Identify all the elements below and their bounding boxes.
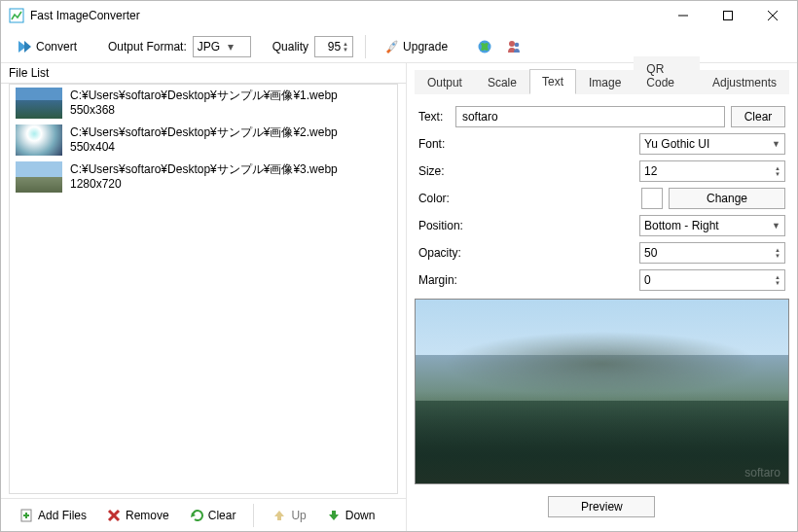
separator: [253, 504, 254, 527]
tab-output[interactable]: Output: [415, 70, 475, 94]
file-dims: 550x404: [70, 140, 338, 155]
change-color-button[interactable]: Change: [669, 188, 785, 209]
clear-button[interactable]: Clear: [181, 504, 244, 527]
quality-value[interactable]: [319, 40, 341, 53]
rocket-icon: [383, 39, 399, 54]
list-item[interactable]: C:¥Users¥softaro¥Desktop¥サンプル¥画像¥1.webp …: [10, 85, 397, 122]
color-label: Color:: [418, 192, 496, 205]
up-arrow-icon: [272, 508, 287, 523]
opacity-label: Opacity:: [418, 246, 496, 260]
font-select[interactable]: Yu Gothic UI ▼: [639, 133, 785, 155]
watermark-text: softaro: [744, 466, 780, 479]
convert-icon: [17, 39, 32, 54]
add-files-label: Add Files: [38, 509, 87, 522]
down-button[interactable]: Down: [318, 504, 383, 527]
remove-button[interactable]: Remove: [98, 504, 177, 527]
tab-adjustments[interactable]: Adjustments: [700, 70, 789, 94]
opacity-input[interactable]: 50 ▲▼: [639, 242, 785, 264]
file-dims: 1280x720: [70, 177, 338, 192]
size-value: 12: [644, 164, 773, 178]
preview-pane: softaro: [415, 299, 789, 484]
output-format-value: JPG: [198, 40, 220, 53]
svg-point-7: [392, 43, 395, 46]
people-icon: [506, 39, 522, 54]
preview-button[interactable]: Preview: [548, 496, 655, 517]
language-button[interactable]: [473, 35, 496, 58]
globe-icon: [477, 39, 492, 54]
margin-value: 0: [644, 273, 773, 287]
chevron-down-icon: ▼: [772, 221, 780, 231]
margin-input[interactable]: 0 ▲▼: [639, 269, 785, 291]
tab-text[interactable]: Text: [529, 69, 576, 94]
output-format-select[interactable]: JPG ▾: [193, 36, 251, 57]
clear-label: Clear: [208, 509, 236, 522]
close-button[interactable]: [750, 1, 795, 30]
file-path: C:¥Users¥softaro¥Desktop¥サンプル¥画像¥1.webp: [70, 89, 338, 103]
file-list[interactable]: C:¥Users¥softaro¥Desktop¥サンプル¥画像¥1.webp …: [9, 84, 398, 494]
size-label: Size:: [418, 164, 496, 178]
margin-label: Margin:: [418, 273, 496, 287]
position-value: Bottom - Right: [644, 219, 772, 232]
tab-qr-code[interactable]: QR Code: [634, 56, 700, 94]
window-title: Fast ImageConverter: [30, 9, 661, 22]
quality-input[interactable]: ▲▼: [314, 36, 353, 57]
titlebar: Fast ImageConverter: [1, 1, 797, 30]
file-path: C:¥Users¥softaro¥Desktop¥サンプル¥画像¥2.webp: [70, 125, 338, 140]
chevron-down-icon: ▼: [772, 139, 780, 149]
down-label: Down: [345, 509, 376, 522]
opacity-spinner[interactable]: ▲▼: [775, 247, 780, 259]
tab-image[interactable]: Image: [576, 70, 634, 94]
list-item[interactable]: C:¥Users¥softaro¥Desktop¥サンプル¥画像¥2.webp …: [10, 122, 397, 159]
thumbnail: [16, 88, 62, 119]
file-list-header: File List: [1, 63, 406, 84]
separator: [365, 35, 366, 58]
add-files-button[interactable]: Add Files: [11, 504, 94, 527]
svg-rect-2: [724, 12, 733, 20]
up-button[interactable]: Up: [264, 504, 313, 527]
clear-text-button[interactable]: Clear: [731, 106, 785, 127]
svg-marker-17: [274, 511, 284, 520]
text-label: Text:: [418, 110, 450, 124]
add-icon: [18, 508, 34, 523]
tab-scale[interactable]: Scale: [475, 70, 529, 94]
svg-marker-18: [329, 511, 339, 520]
convert-label: Convert: [36, 40, 77, 53]
file-list-toolbar: Add Files Remove Clear Up Down: [1, 498, 406, 531]
minimize-button[interactable]: [661, 1, 706, 30]
svg-marker-6: [24, 41, 31, 53]
chevron-down-icon: ▾: [224, 40, 237, 53]
quality-spinner[interactable]: ▲▼: [343, 41, 348, 53]
thumbnail: [16, 124, 62, 156]
position-label: Position:: [418, 219, 496, 232]
upgrade-label: Upgrade: [403, 40, 448, 53]
text-input[interactable]: [455, 106, 725, 127]
preview-image: softaro: [416, 300, 788, 483]
remove-icon: [106, 508, 122, 523]
maximize-button[interactable]: [706, 1, 750, 30]
down-arrow-icon: [326, 508, 342, 523]
file-dims: 550x368: [70, 103, 338, 118]
font-value: Yu Gothic UI: [644, 137, 772, 151]
up-label: Up: [291, 509, 306, 522]
opacity-value: 50: [644, 246, 773, 260]
size-spinner[interactable]: ▲▼: [775, 165, 780, 177]
size-input[interactable]: 12 ▲▼: [639, 160, 785, 182]
svg-point-9: [509, 41, 515, 47]
clear-icon: [189, 508, 204, 523]
remove-label: Remove: [126, 509, 169, 522]
color-swatch: [641, 188, 663, 209]
app-icon: [9, 8, 24, 23]
position-select[interactable]: Bottom - Right ▼: [639, 215, 785, 236]
text-settings-form: Text: Clear Font: Yu Gothic UI ▼ Size: 1…: [415, 100, 789, 293]
quality-label: Quality: [272, 40, 308, 53]
upgrade-button[interactable]: Upgrade: [378, 35, 453, 58]
about-button[interactable]: [502, 35, 526, 58]
font-label: Font:: [418, 137, 496, 151]
file-path: C:¥Users¥softaro¥Desktop¥サンプル¥画像¥3.webp: [70, 162, 338, 177]
output-format-label: Output Format:: [108, 40, 187, 53]
margin-spinner[interactable]: ▲▼: [775, 274, 780, 286]
tabs: Output Scale Text Image QR Code Adjustme…: [415, 67, 789, 94]
convert-button[interactable]: Convert: [11, 35, 83, 58]
svg-point-10: [515, 42, 520, 47]
list-item[interactable]: C:¥Users¥softaro¥Desktop¥サンプル¥画像¥3.webp …: [10, 159, 397, 195]
